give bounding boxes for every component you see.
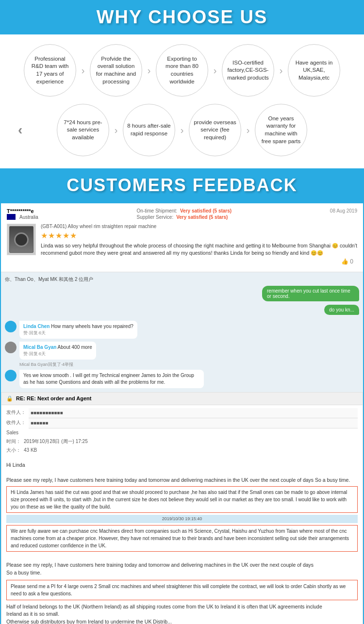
review-header: T**********e Australia On-time Shipment:…: [7, 208, 357, 221]
time-value: 2019年10月28日 (周一) 17:25: [24, 437, 88, 446]
hi-linda-msg: Hi Linda James has said the cut was good…: [11, 489, 353, 510]
reviewer-name: T**********e: [7, 208, 38, 214]
circle-9: One years warranty for machine with free…: [255, 104, 307, 156]
review-date: 08 Aug 2019: [330, 208, 357, 221]
email-fields: 发件人： ■■■■■■■■■■■ 收件人： ■■■■■■ Sales 时间： 2…: [1, 405, 363, 458]
highlight-box-3: Please send me a PI for 4 large ovens 2 …: [6, 580, 358, 600]
linda-chen-row: Linda Chen How many wheels have you repa…: [5, 321, 359, 339]
feedback-title: CUSTOMERS FEEDBACK: [5, 175, 359, 196]
why-choose-us-header: WHY CHOOSE US: [0, 0, 364, 34]
circle-4: ISO-certified factory,CE-SGS-marked prod…: [222, 44, 274, 97]
highlight-box-1: Hi Linda James has said the cut was good…: [6, 486, 358, 513]
from-row: 发件人： ■■■■■■■■■■■: [6, 408, 358, 418]
why-title: WHY CHOOSE US: [5, 7, 359, 28]
email-subject: RE: RE: Next order and Agent: [16, 395, 91, 401]
email-section: 🔒 RE: RE: Next order and Agent 发件人： ■■■■…: [1, 392, 363, 624]
circles-container: Professional R&D team with 17 years of e…: [7, 44, 357, 156]
highlight-box-2: We are fully aware we can purchase cnc M…: [6, 525, 358, 552]
on-time-value: Very satisfied (5 stars): [180, 208, 232, 213]
para1: Please see my reply, I have customers he…: [6, 476, 358, 484]
reviewer-country: Australia: [7, 214, 38, 220]
arrow-1: ›: [79, 65, 87, 76]
arrow-7: ›: [244, 125, 252, 136]
feedback-content: T**********e Australia On-time Shipment:…: [0, 202, 364, 624]
review-card: T**********e Australia On-time Shipment:…: [1, 203, 363, 272]
text-block1: Half of Ireland belongs to the UK (North…: [6, 603, 358, 624]
au-flag-icon: [7, 214, 16, 220]
linda-message: How many wheels have you repaired?: [51, 324, 133, 329]
arrow-5: ›: [112, 125, 120, 136]
review-text: Linda was so very helpful throughout the…: [41, 242, 357, 256]
lock-icon: 🔒: [6, 395, 13, 402]
highlight2: We are fully aware we can purchase cnc M…: [11, 527, 353, 549]
time-label: 时间：: [6, 437, 21, 446]
size-value: 43 KB: [24, 446, 37, 455]
linda-submeta: 赞·回复·6天: [23, 330, 133, 336]
circle-6: 7*24 hours pre-sale services available: [57, 104, 109, 156]
bottom-row-wrapper: ‹ 7*24 hours pre-sale services available…: [17, 104, 347, 156]
circle-7: 8 hours after-sale rapid response: [123, 104, 175, 156]
mical-name: Mical Ba Gyan: [23, 345, 56, 350]
arrow-3: ›: [211, 65, 219, 76]
mical-message: About 400 more: [58, 345, 92, 350]
circle-1: Professional R&D team with 17 years of e…: [24, 44, 76, 97]
bottom-circles-row: 7*24 hours pre-sale services available ›…: [17, 104, 347, 156]
arrow-4: ›: [277, 65, 285, 76]
mical-submeta: 赞·回复·6天: [23, 351, 92, 357]
circle-5: Have agents in UK,SAE, Malaysia,etc: [288, 44, 340, 97]
email-body: Hi Linda Please see my reply, I have cus…: [1, 458, 363, 624]
greeting: Hi Linda: [6, 461, 358, 469]
to-label: 收件人：: [6, 418, 26, 428]
why-content: Professional R&D team with 17 years of e…: [0, 34, 364, 168]
customers-feedback-header: CUSTOMERS FEEDBACK: [0, 168, 364, 202]
top-circles-row: Professional R&D team with 17 years of e…: [17, 44, 347, 97]
tech-msg-row: Yes we know smooth . I will get my Techn…: [5, 370, 359, 388]
to-value: ■■■■■■: [29, 418, 358, 428]
mical-reply: Mical Ba Gyan回复了·4举报: [5, 361, 359, 368]
product-image: [7, 224, 36, 255]
star-rating: ★★★★★: [41, 231, 357, 240]
sales-row: Sales: [6, 428, 358, 437]
timestamp-1: 2019/10/30 19:15:40: [6, 515, 358, 524]
review-footer: 👍 0: [7, 256, 357, 267]
ratings-section: On-time Shipment: Very satisfied (5 star…: [137, 208, 232, 221]
mical-msg-block: Mical Ba Gyan About 400 more 赞·回复·6天: [19, 342, 96, 360]
review-body: (GBT-A001) Alloy wheel rim straighten re…: [7, 224, 357, 256]
email-header-bar: 🔒 RE: RE: Next order and Agent: [1, 393, 363, 405]
arrow-6: ›: [178, 125, 186, 136]
time-row: 时间： 2019年10月28日 (周一) 17:25: [6, 437, 358, 446]
email-para2: Please see my reply, I have customers he…: [6, 561, 358, 577]
green-bubble-1: remember when you cut last once time or …: [262, 286, 359, 301]
chevron-left-icon: ‹: [18, 122, 22, 138]
sales-label: Sales: [6, 428, 18, 437]
chat-group-label: 你、Than Oo、Myat MK 和其他 2 位用户: [5, 276, 359, 283]
from-value: ■■■■■■■■■■■: [29, 408, 358, 418]
green-bubble-2: do you kn...: [324, 305, 359, 315]
size-label: 大小：: [6, 446, 21, 455]
tech-avatar: [5, 370, 17, 381]
arrow-2: ›: [145, 65, 153, 76]
mical-avatar: [5, 342, 17, 353]
linda-avatar: [5, 321, 17, 332]
from-label: 发件人：: [6, 408, 26, 418]
on-time-row: On-time Shipment: Very satisfied (5 star…: [137, 208, 232, 213]
highlight1: Please send me a PI for 4 large ovens 2 …: [11, 583, 353, 597]
to-row: 收件人： ■■■■■■: [6, 418, 358, 428]
tech-msg-bubble: Yes we know smooth . I will get my Techn…: [19, 370, 204, 388]
linda-msg-block: Linda Chen How many wheels have you repa…: [19, 321, 137, 339]
circle-8: provide overseas service (fee required): [189, 104, 241, 156]
review-right: (GBT-A001) Alloy wheel rim straighten re…: [41, 224, 357, 256]
size-row: 大小： 43 KB: [6, 446, 358, 455]
review-product: (GBT-A001) Alloy wheel rim straighten re…: [41, 224, 357, 229]
supplier-row: Supplier Service: Very satisfied (5 star…: [137, 214, 232, 220]
supplier-value: Very satisfied (5 stars): [176, 214, 228, 220]
circle-2: Profvide the overall solution for machin…: [90, 44, 142, 97]
linda-msg-bubble: Linda Chen How many wheels have you repa…: [19, 321, 137, 339]
circle-3: Exporting to more than 80 countries worl…: [156, 44, 208, 97]
chat-section-1: 你、Than Oo、Myat MK 和其他 2 位用户 remember whe…: [1, 272, 363, 392]
mical-row: Mical Ba Gyan About 400 more 赞·回复·6天: [5, 342, 359, 360]
reviewer-section: T**********e Australia: [7, 208, 38, 221]
linda-name: Linda Chen: [23, 324, 50, 329]
mical-msg-bubble: Mical Ba Gyan About 400 more 赞·回复·6天: [19, 342, 96, 360]
thumbs-icon: 👍 0: [341, 258, 353, 265]
